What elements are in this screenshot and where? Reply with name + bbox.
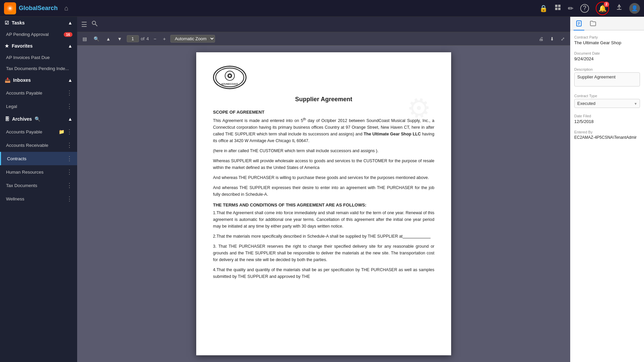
doc-toolbar: ☰ (77, 17, 570, 32)
pdf-page: SOUNDCOAST ⚙ Supplier Agreement SCOPE OF… (196, 52, 451, 355)
contract-type-select-wrapper: Executed (574, 99, 640, 108)
folder-icon: 📁 (59, 129, 64, 134)
sidebar-toggle-icon[interactable]: ☰ (81, 20, 87, 28)
next-page-button[interactable]: ▼ (115, 36, 124, 42)
inboxes-section-header[interactable]: 📥 Inboxes ▲ (0, 74, 77, 86)
search-doc-icon[interactable] (91, 20, 98, 28)
tasks-icon: ☑ (5, 20, 9, 25)
zoom-in-button[interactable]: + (161, 36, 168, 42)
search-pdf-button[interactable]: 🔍 (92, 36, 101, 42)
expand-button[interactable]: ⤢ (559, 36, 567, 42)
wellness-menu-icon[interactable]: ⋮ (66, 195, 72, 202)
sidebar-item-ap-pending[interactable]: AP Pending Approval 16 (0, 29, 77, 40)
svg-line-8 (95, 24, 97, 26)
archives-search-icon[interactable]: 🔍 (35, 116, 40, 122)
inboxes-collapse-icon: ▲ (68, 77, 72, 83)
legal-menu-icon[interactable]: ⋮ (66, 103, 72, 110)
contract-type-field: Contract Type Executed (574, 94, 640, 108)
contracts-menu-icon[interactable]: ⋮ (66, 155, 72, 162)
archives-ap-label: Accounts Payable (6, 129, 42, 134)
pdf-toolbar-right: 🖨 ⬇ ⤢ (537, 36, 567, 42)
archives-ap-menu-icon[interactable]: ⋮ (66, 128, 72, 135)
hr-menu-icon[interactable]: ⋮ (66, 168, 72, 176)
contracts-label: Contracts (7, 156, 26, 161)
sidebar-item-inboxes-ap[interactable]: Accounts Payable ⋮ (0, 86, 77, 100)
favorites-section-header[interactable]: ★ Favorites ▲ (0, 40, 77, 52)
archives-section-header[interactable]: 🗄 Archives 🔍 ▲ (0, 113, 77, 125)
logo-text: GlobalSearch (19, 5, 58, 12)
svg-rect-4 (558, 5, 560, 7)
ap-invoices-label: AP Invoices Past Due (6, 55, 50, 60)
tab-folder[interactable] (588, 19, 598, 31)
accounts-receivable-label: Accounts Receivable (6, 143, 48, 148)
tasks-collapse-icon: ▲ (68, 20, 72, 25)
terms-title: THE TERMS AND CONDITIONS OF THIS AGREEME… (213, 202, 434, 207)
tab-metadata[interactable] (574, 19, 584, 31)
print-button[interactable]: 🖨 (537, 36, 545, 42)
sidebar-item-human-resources[interactable]: Human Resources ⋮ (0, 165, 77, 179)
term3: 3. That THE PURCHASER reserves the right… (213, 243, 434, 263)
entered-by-field: Entered By EC2AMAZ-4P5CSNA\TenantAdmir (574, 130, 640, 140)
sidebar-item-tax-docs[interactable]: Tax Documents ⋮ (0, 179, 77, 192)
contract-party-value: The Ultimate Gear Shop (574, 40, 640, 45)
document-area: ☰ ▤ 🔍 ▲ ▼ 1 of 4 − + Automatic Zoom 🖨 ⬇ (77, 17, 570, 362)
term1: 1.That the Agreement shall come into for… (213, 209, 434, 230)
home-icon[interactable]: ⌂ (64, 4, 68, 12)
notification-icon[interactable]: 🔔 2 (596, 2, 609, 15)
document-date-field: Document Date 9/24/2024 (574, 51, 640, 61)
sidebar-item-tax-docs-pending[interactable]: Tax Documents Pending Inde... (0, 63, 77, 74)
svg-rect-3 (555, 5, 557, 7)
zoom-out-button[interactable]: − (152, 36, 158, 42)
share-icon[interactable] (616, 4, 623, 12)
document-date-value: 9/24/2024 (574, 56, 640, 61)
ar-menu-icon[interactable]: ⋮ (66, 141, 72, 149)
description-label: Description (574, 67, 640, 71)
contract-type-select[interactable]: Executed (574, 99, 640, 108)
right-panel-tabs (570, 17, 644, 31)
ap-pending-label: AP Pending Approval (6, 32, 49, 37)
prev-page-button[interactable]: ▲ (104, 36, 113, 42)
sidebar-item-wellness[interactable]: Wellness ⋮ (0, 192, 77, 205)
help-icon[interactable]: ? (580, 4, 589, 13)
description-textarea[interactable] (574, 72, 640, 86)
tasks-label: Tasks (12, 20, 25, 25)
page-of-label: of (141, 36, 145, 41)
ap-pending-badge: 16 (64, 32, 72, 37)
inboxes-label: Inboxes (13, 77, 31, 83)
lock-icon[interactable]: 🔒 (539, 4, 548, 12)
sidebar-item-contracts[interactable]: Contracts ⋮ (0, 152, 77, 165)
page-total: 4 (147, 36, 149, 41)
term4: 4.That the quality and quantity of the m… (213, 266, 434, 280)
para4: And whereas THE PURCHASER is willing to … (213, 174, 434, 181)
term2: 2.That the materials more specifically d… (213, 233, 434, 240)
svg-point-7 (92, 21, 96, 24)
sidebar-item-ap-invoices[interactable]: AP Invoices Past Due (0, 52, 77, 63)
contract-party-label: Contract Party (574, 35, 640, 39)
sidebar-item-accounts-receivable[interactable]: Accounts Receivable ⋮ (0, 138, 77, 152)
avatar-icon[interactable]: 👤 (629, 3, 640, 14)
soundcoast-logo: SOUNDCOAST (213, 66, 247, 89)
favorites-collapse-icon: ▲ (68, 43, 72, 49)
pdf-toolbar: ▤ 🔍 ▲ ▼ 1 of 4 − + Automatic Zoom 🖨 ⬇ ⤢ (77, 32, 570, 46)
page-number-input[interactable]: 1 (127, 35, 139, 42)
inboxes-ap-menu-icon[interactable]: ⋮ (66, 89, 72, 97)
edit-icon[interactable]: ✏ (568, 4, 574, 12)
tax-docs-label: Tax Documents (6, 183, 37, 188)
toggle-sidebar-button[interactable]: ▤ (80, 36, 89, 42)
pdf-content[interactable]: SOUNDCOAST ⚙ Supplier Agreement SCOPE OF… (77, 46, 570, 362)
supplier-logo: SOUNDCOAST (213, 66, 434, 89)
download-button[interactable]: ⬇ (548, 36, 556, 42)
svg-rect-5 (555, 8, 557, 10)
para3: Whereas SUPPLIER will provide wholesale … (213, 158, 434, 171)
sidebar-item-legal[interactable]: Legal ⋮ (0, 100, 77, 113)
scope-title: SCOPE OF AGREEMENT (213, 110, 434, 115)
date-filed-label: Date Filed (574, 114, 640, 118)
entered-by-label: Entered By (574, 130, 640, 134)
para5: And whereas THE SUPPLIER expresses their… (213, 184, 434, 198)
tax-docs-menu-icon[interactable]: ⋮ (66, 182, 72, 189)
grid-icon[interactable] (554, 4, 561, 12)
sidebar-item-archives-ap[interactable]: Accounts Payable 📁 ⋮ (0, 125, 77, 138)
zoom-select[interactable]: Automatic Zoom (170, 35, 215, 43)
svg-point-12 (229, 75, 231, 77)
tasks-section-header[interactable]: ☑ Tasks ▲ (0, 17, 77, 29)
